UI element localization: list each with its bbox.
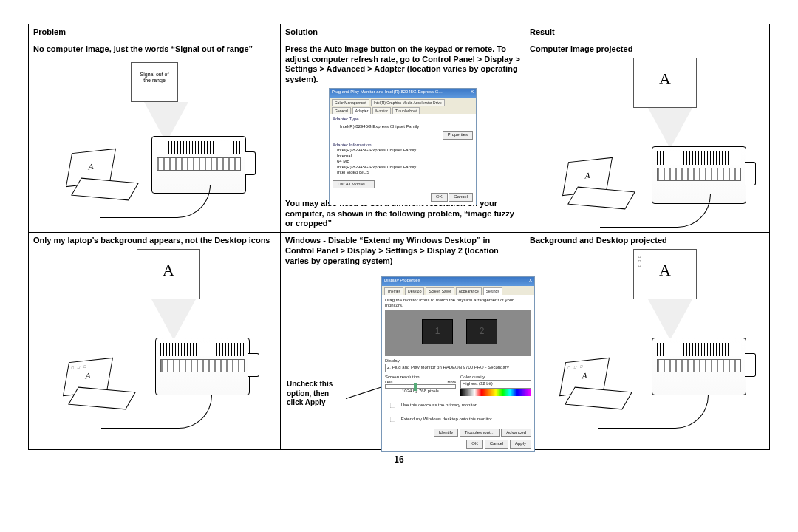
advanced-button[interactable]: Advanced <box>501 429 531 437</box>
projector-icon <box>652 338 746 395</box>
result2-illustration: □□□ A □ □ □ A <box>530 249 765 426</box>
dialog-tabs2[interactable]: General Adapter Monitor Troubleshoot <box>330 106 476 114</box>
header-problem: Problem <box>29 24 281 41</box>
screen-text: Signal out of the range <box>132 63 177 85</box>
troubleshoot-button[interactable]: Troubleshoot… <box>460 429 500 437</box>
result1-title: Computer image projected <box>530 44 765 55</box>
screen-a: A <box>634 58 696 89</box>
primary-monitor-checkbox[interactable]: Use this device as the primary monitor. <box>385 403 477 407</box>
cancel-button[interactable]: Cancel <box>485 440 509 449</box>
solution2-dialog-wrap: Uncheck this option, then click Apply Di… <box>285 269 520 446</box>
laptop-a: A <box>562 358 609 383</box>
laptop-a: A <box>565 157 612 183</box>
dialog-tabs[interactable]: Themes Desktop Screen Saver Appearance S… <box>382 286 534 294</box>
troubleshoot-table: Problem Solution Result No computer imag… <box>28 24 770 450</box>
color-strip <box>460 389 531 396</box>
desktop-icons: □□□ <box>638 254 642 268</box>
dialog-title: Display Properties <box>384 278 420 285</box>
tab[interactable]: Screen Saver <box>426 287 454 294</box>
screen-a: A <box>137 250 200 281</box>
laptop-a: A <box>69 149 115 174</box>
monitor-1[interactable]: 1 <box>422 319 453 344</box>
tab[interactable]: General <box>332 107 351 114</box>
ok-button[interactable]: OK <box>431 193 448 202</box>
page-number: 16 <box>28 454 770 465</box>
value: Intel(R) 82945G Express Chipset Family <box>337 165 416 169</box>
solution2-top: Windows - Disable “Extend my Windows Des… <box>285 236 520 266</box>
header-solution: Solution <box>281 24 525 41</box>
value: Intel(R) 82945G Express Chipset Family <box>337 148 416 152</box>
tab[interactable]: Intel(R) Graphics Media Accelerator Driv… <box>371 99 445 106</box>
resolution-slider[interactable] <box>385 384 456 389</box>
label: Use this device as the primary monitor. <box>401 403 477 407</box>
table-row: Only my laptop’s background appears, not… <box>29 233 770 450</box>
tab[interactable]: Color Management <box>332 99 369 106</box>
projector-icon <box>155 338 250 395</box>
result1-illustration: A A <box>530 58 765 220</box>
tab[interactable]: Troubleshoot <box>392 107 420 114</box>
problem1-title: No computer image, just the words “Signa… <box>33 44 276 55</box>
display-properties-dialog[interactable]: Display Properties X Themes Desktop Scre… <box>381 276 535 451</box>
label: Adapter Information <box>332 143 473 149</box>
tab[interactable]: Themes <box>384 287 403 294</box>
problem1-illustration: Signal out of the range A <box>33 58 276 220</box>
monitor-2[interactable]: 2 <box>466 319 497 344</box>
table-row: No computer image, just the words “Signa… <box>29 41 770 232</box>
result2-title: Background and Desktop projected <box>530 236 765 246</box>
callout-text: Uncheck this option, then click Apply <box>287 380 346 408</box>
display-dropdown[interactable]: 2. Plug and Play Monitor on RADEON 9700 … <box>385 364 525 372</box>
screen-a: A <box>634 250 696 281</box>
header-result: Result <box>525 24 770 41</box>
value: 64 MB <box>337 159 349 163</box>
laptop-a: A <box>66 358 112 383</box>
tab[interactable]: Desktop <box>405 287 424 294</box>
tab[interactable]: Appearance <box>456 287 482 294</box>
dialog-title: Plug and Play Monitor and Intel(R) 82945… <box>332 89 443 97</box>
value: 1024 by 768 pixels <box>385 389 456 395</box>
label: Display: <box>385 358 400 363</box>
properties-button[interactable]: Properties <box>443 131 473 140</box>
label: Color quality <box>460 375 531 381</box>
identify-button[interactable]: Identify <box>434 429 458 437</box>
solution1-dialog-wrap: Plug and Play Monitor and Intel(R) 82945… <box>285 88 520 199</box>
cancel-button[interactable]: Cancel <box>449 193 473 202</box>
value: Internal <box>337 154 352 158</box>
problem2-illustration: A □ □ □ A <box>33 249 276 426</box>
extend-desktop-checkbox[interactable]: Extend my Windows desktop onto this moni… <box>385 417 493 421</box>
instr: Drag the monitor icons to match the phys… <box>385 298 531 309</box>
label: Screen resolution <box>385 375 456 381</box>
value: Intel(R) 82945G Express Chipset Family <box>340 124 473 130</box>
monitor-arranger[interactable]: 1 2 <box>385 310 531 356</box>
problem2-title: Only my laptop’s background appears, not… <box>33 236 276 246</box>
tab[interactable]: Monitor <box>372 107 391 114</box>
tab-active[interactable]: Adapter <box>352 107 372 114</box>
apply-button[interactable]: Apply <box>510 440 531 449</box>
dialog-tabs[interactable]: Color Management Intel(R) Graphics Media… <box>330 98 476 106</box>
adapter-dialog[interactable]: Plug and Play Monitor and Intel(R) 82945… <box>329 88 477 205</box>
label: Extend my Windows desktop onto this moni… <box>401 417 493 421</box>
close-icon[interactable]: X <box>471 89 474 97</box>
manual-page: Problem Solution Result No computer imag… <box>0 0 798 471</box>
tab-active[interactable]: Settings <box>483 287 502 294</box>
solution1-top: Press the Auto Image button on the keypa… <box>285 44 520 85</box>
color-quality-dropdown[interactable]: Highest (32 bit) <box>460 380 531 389</box>
ok-button[interactable]: OK <box>466 440 483 449</box>
list-modes-button[interactable]: List All Modes… <box>332 180 375 189</box>
value: Intel Video BIOS <box>337 170 369 174</box>
label: Adapter Type <box>332 117 473 123</box>
